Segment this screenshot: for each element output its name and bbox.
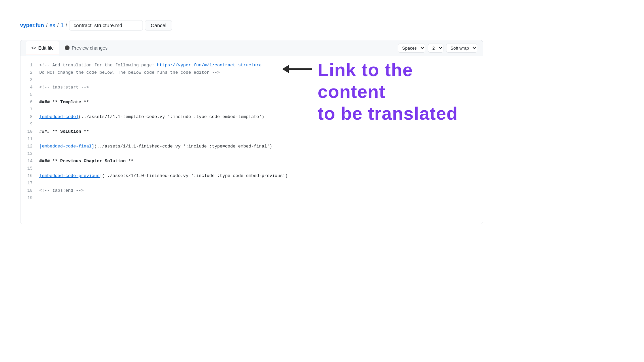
code-line: 7 xyxy=(20,106,483,113)
code-line: 2 Do NOT change the code below. The belo… xyxy=(20,69,483,76)
code-line: 9 xyxy=(20,121,483,128)
tab-preview[interactable]: ⚫ Preview changes xyxy=(59,41,113,55)
code-line: 8 [embedded-code](../assets/1/1.1-templa… xyxy=(20,113,483,121)
code-line: 12 [embedded-code-final](../assets/1/1.1… xyxy=(20,143,483,150)
code-line: 6 #### ** Template ** xyxy=(20,99,483,106)
edit-icon: <> xyxy=(31,45,36,50)
code-line: 14 #### ** Previous Chapter Solution ** xyxy=(20,158,483,165)
preview-icon: ⚫ xyxy=(64,45,70,50)
softwrap-select[interactable]: Soft wrap No wrap xyxy=(446,44,477,53)
code-line: 4 <!-- tabs:start --> xyxy=(20,84,483,91)
code-line: 16 [embedded-code-previous](../assets/1/… xyxy=(20,172,483,180)
code-line: 3 xyxy=(20,76,483,84)
code-line: 17 xyxy=(20,180,483,187)
tab-preview-label: Preview changes xyxy=(72,45,108,51)
code-line: 15 xyxy=(20,165,483,172)
code-lines: 1 <!-- Add translation for the following… xyxy=(20,62,483,202)
indent-size-select[interactable]: 2 4 xyxy=(428,44,443,53)
tab-edit[interactable]: <> Edit file xyxy=(26,41,59,55)
code-editor[interactable]: 1 <!-- Add translation for the following… xyxy=(20,56,483,224)
sep1: / xyxy=(46,22,47,28)
embed-template-link[interactable]: [embedded-code] xyxy=(39,114,78,119)
code-line: 13 xyxy=(20,150,483,158)
embed-final-link[interactable]: [embedded-code-final] xyxy=(39,144,94,149)
site-link[interactable]: vyper.fun xyxy=(20,22,44,28)
cancel-button[interactable]: Cancel xyxy=(145,20,172,31)
code-line: 5 xyxy=(20,91,483,99)
filename-input[interactable] xyxy=(69,20,143,31)
code-line: 18 <!-- tabs:end --> xyxy=(20,187,483,194)
page-container: vyper.fun / es / 1 / Cancel <> Edit file… xyxy=(0,0,644,224)
spaces-select[interactable]: Spaces xyxy=(398,44,425,53)
number-link[interactable]: 1 xyxy=(61,22,64,28)
toolbar-right: Spaces 2 4 Soft wrap No wrap xyxy=(398,44,477,53)
tab-group: <> Edit file ⚫ Preview changes xyxy=(26,41,113,55)
breadcrumb: vyper.fun / es / 1 / Cancel xyxy=(20,20,624,31)
code-line: 11 xyxy=(20,135,483,143)
code-line: 1 <!-- Add translation for the following… xyxy=(20,62,483,69)
sep3: / xyxy=(66,22,67,28)
code-line: 19 xyxy=(20,194,483,202)
editor-container: <> Edit file ⚫ Preview changes Spaces 2 … xyxy=(20,40,483,224)
embed-previous-link[interactable]: [embedded-code-previous] xyxy=(39,173,102,178)
section-link[interactable]: es xyxy=(50,22,55,28)
content-link[interactable]: https://vyper.fun/#/1/contract_structure xyxy=(157,63,262,68)
code-line: 10 #### ** Solution ** xyxy=(20,128,483,135)
tab-edit-label: Edit file xyxy=(38,45,54,51)
tab-bar: <> Edit file ⚫ Preview changes Spaces 2 … xyxy=(20,40,483,56)
sep2: / xyxy=(57,22,59,28)
